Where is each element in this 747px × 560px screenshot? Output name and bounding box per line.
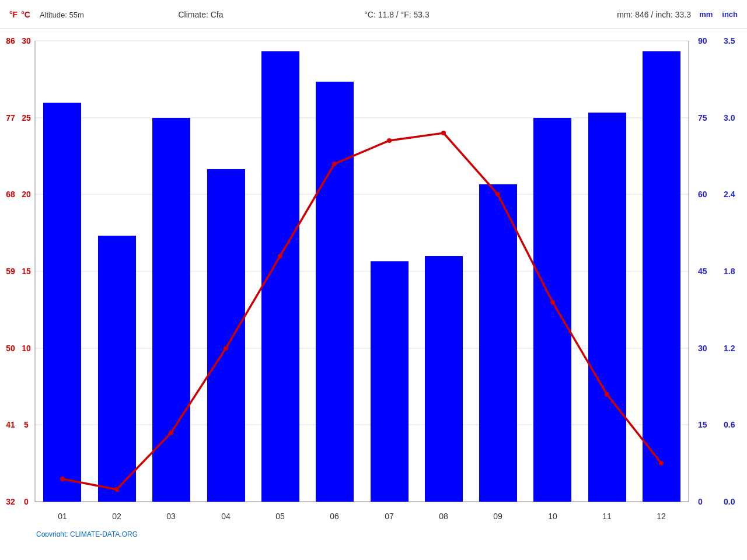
y-axis-mm-75: 75 — [698, 113, 707, 123]
x-axis-06: 06 — [330, 512, 339, 521]
y-axis-inch-0.0: 0.0 — [724, 497, 735, 506]
y-axis-mm-90: 90 — [698, 36, 707, 46]
altitude-label: Altitude: 55m — [40, 10, 84, 19]
chart-header: °F °C Altitude: 55m Climate: Cfa °C: 11.… — [0, 0, 747, 29]
climate-label: Climate: Cfa — [103, 10, 299, 19]
bar-11 — [588, 113, 626, 502]
y-axis-mm-15: 15 — [698, 420, 707, 429]
x-axis-03: 03 — [166, 512, 176, 521]
chart-container: 86 77 68 59 50 41 32 30 25 20 15 10 5 0 … — [0, 29, 747, 537]
x-axis-12: 12 — [657, 512, 666, 521]
x-axis-02: 02 — [112, 512, 121, 521]
temp-dot-02 — [114, 487, 119, 492]
x-axis-10: 10 — [548, 512, 557, 521]
bar-07 — [371, 261, 409, 502]
y-axis-f-77: 77 — [6, 113, 15, 123]
temp-dot-01 — [60, 477, 65, 481]
copyright-text: Copyright: CLIMATE-DATA.ORG — [36, 530, 138, 537]
bar-09 — [479, 184, 517, 502]
temp-dot-05 — [278, 254, 282, 258]
y-axis-inch-2.4: 2.4 — [724, 190, 735, 199]
y-axis-inch-0.6: 0.6 — [724, 420, 735, 429]
y-axis-c-10: 10 — [22, 344, 31, 353]
y-axis-c-20: 20 — [22, 190, 31, 199]
y-axis-inch-3.5: 3.5 — [724, 36, 735, 46]
header-left: °F °C Altitude: 55m — [9, 10, 103, 19]
temp-dot-06 — [332, 162, 337, 166]
y-axis-inch-3.0: 3.0 — [724, 113, 735, 123]
temp-dot-08 — [441, 131, 446, 135]
x-axis-05: 05 — [275, 512, 285, 521]
bar-08 — [425, 256, 463, 502]
precip-label: mm: 846 / inch: 33.3 — [495, 10, 691, 19]
temp-dot-11 — [605, 392, 609, 397]
x-axis-01: 01 — [58, 512, 67, 521]
x-axis-11: 11 — [602, 512, 612, 521]
y-axis-inch-1.8: 1.8 — [724, 267, 735, 276]
bar-02 — [98, 236, 136, 502]
x-axis-08: 08 — [439, 512, 448, 521]
y-axis-mm-45: 45 — [698, 267, 707, 276]
y-axis-c-30: 30 — [22, 36, 31, 46]
bar-06 — [316, 82, 354, 502]
y-axis-f-50: 50 — [6, 344, 15, 353]
temp-dot-07 — [387, 138, 392, 143]
temp-label: °C: 11.8 / °F: 53.3 — [299, 10, 495, 19]
inch-label: inch — [722, 10, 738, 19]
temp-dot-03 — [169, 430, 173, 435]
y-axis-inch-1.2: 1.2 — [724, 344, 735, 353]
bar-12 — [643, 51, 680, 502]
y-axis-c-5: 5 — [24, 420, 29, 429]
y-axis-f-32: 32 — [6, 497, 15, 506]
units-celsius: °C — [21, 10, 30, 19]
mm-label: mm — [699, 10, 713, 19]
x-axis-07: 07 — [385, 512, 394, 521]
bar-03 — [152, 118, 190, 502]
temp-dot-09 — [495, 192, 500, 197]
temp-dot-10 — [550, 300, 555, 304]
climate-chart: 86 77 68 59 50 41 32 30 25 20 15 10 5 0 … — [0, 29, 747, 537]
y-axis-c-15: 15 — [22, 267, 31, 276]
y-axis-mm-60: 60 — [698, 190, 707, 199]
y-axis-f-68: 68 — [6, 190, 15, 199]
temperature-line — [62, 133, 661, 489]
y-axis-f-86: 86 — [6, 36, 15, 46]
bar-04 — [207, 169, 245, 502]
units-fahrenheit: °F — [9, 10, 18, 19]
y-axis-c-25: 25 — [22, 113, 31, 123]
y-axis-c-0: 0 — [24, 497, 29, 506]
y-axis-f-59: 59 — [6, 267, 15, 276]
bar-01 — [43, 103, 81, 502]
temp-dot-04 — [224, 346, 228, 351]
x-axis-04: 04 — [221, 512, 231, 521]
y-axis-mm-30: 30 — [698, 344, 707, 353]
y-axis-mm-0: 0 — [698, 497, 703, 506]
bar-10 — [533, 118, 571, 502]
x-axis-09: 09 — [493, 512, 502, 521]
y-axis-f-41: 41 — [6, 420, 15, 429]
right-axis-labels: mm inch — [691, 10, 738, 19]
temp-dot-12 — [659, 461, 664, 466]
